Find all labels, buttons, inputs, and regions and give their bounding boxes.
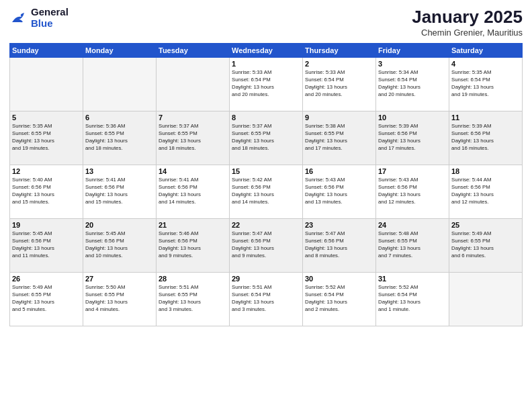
day-number: 14 [159,167,227,175]
month-title: January 2025 [412,7,523,28]
calendar-week-4: 19Sunrise: 5:45 AMSunset: 6:56 PMDayligh… [10,219,523,273]
day-info: Sunrise: 5:35 AMSunset: 6:55 PMDaylight:… [12,123,81,152]
day-info: Sunrise: 5:35 AMSunset: 6:54 PMDaylight:… [451,69,520,99]
day-info: Sunrise: 5:36 AMSunset: 6:55 PMDaylight:… [85,123,154,152]
day-info: Sunrise: 5:49 AMSunset: 6:55 PMDaylight:… [12,284,81,314]
col-sunday: Sunday [10,44,83,58]
calendar-cell: 3Sunrise: 5:34 AMSunset: 6:54 PMDaylight… [376,58,449,111]
day-number: 9 [305,113,373,122]
day-info: Sunrise: 5:47 AMSunset: 6:56 PMDaylight:… [305,230,373,260]
calendar-week-1: 1Sunrise: 5:33 AMSunset: 6:54 PMDaylight… [10,58,523,111]
day-number: 11 [451,113,520,122]
day-number: 29 [232,275,300,283]
calendar-cell: 9Sunrise: 5:38 AMSunset: 6:55 PMDaylight… [303,111,376,165]
day-number: 13 [85,167,154,175]
day-number: 6 [85,113,154,122]
day-info: Sunrise: 5:52 AMSunset: 6:54 PMDaylight:… [378,284,447,314]
calendar-cell: 7Sunrise: 5:37 AMSunset: 6:55 PMDaylight… [157,111,230,165]
calendar-cell: 13Sunrise: 5:41 AMSunset: 6:56 PMDayligh… [83,165,157,219]
day-number: 31 [378,275,447,283]
day-info: Sunrise: 5:45 AMSunset: 6:56 PMDaylight:… [12,230,81,260]
day-info: Sunrise: 5:45 AMSunset: 6:56 PMDaylight:… [85,230,154,260]
day-number: 30 [305,275,373,283]
col-thursday: Thursday [303,44,376,58]
day-info: Sunrise: 5:34 AMSunset: 6:54 PMDaylight:… [378,69,447,99]
day-number: 1 [232,60,300,68]
location-subtitle: Chemin Grenier, Mauritius [412,28,523,38]
day-info: Sunrise: 5:47 AMSunset: 6:56 PMDaylight:… [232,230,300,260]
day-info: Sunrise: 5:39 AMSunset: 6:56 PMDaylight:… [378,123,447,152]
calendar-cell [83,58,157,111]
day-number: 12 [12,167,81,175]
day-number: 28 [159,275,227,283]
day-info: Sunrise: 5:50 AMSunset: 6:55 PMDaylight:… [85,284,154,314]
calendar-cell: 21Sunrise: 5:46 AMSunset: 6:56 PMDayligh… [157,219,230,273]
calendar-cell: 5Sunrise: 5:35 AMSunset: 6:55 PMDaylight… [10,111,83,165]
calendar-cell: 15Sunrise: 5:42 AMSunset: 6:56 PMDayligh… [230,165,303,219]
day-info: Sunrise: 5:41 AMSunset: 6:56 PMDaylight:… [85,177,154,206]
calendar-cell: 30Sunrise: 5:52 AMSunset: 6:54 PMDayligh… [303,273,376,326]
calendar-cell: 23Sunrise: 5:47 AMSunset: 6:56 PMDayligh… [303,219,376,273]
day-info: Sunrise: 5:42 AMSunset: 6:56 PMDaylight:… [232,177,300,206]
calendar-week-5: 26Sunrise: 5:49 AMSunset: 6:55 PMDayligh… [10,273,523,326]
col-wednesday: Wednesday [230,44,303,58]
calendar-cell: 1Sunrise: 5:33 AMSunset: 6:54 PMDaylight… [230,58,303,111]
day-number: 5 [12,113,81,122]
calendar-cell: 16Sunrise: 5:43 AMSunset: 6:56 PMDayligh… [303,165,376,219]
day-number: 21 [159,221,227,229]
day-info: Sunrise: 5:52 AMSunset: 6:54 PMDaylight:… [305,284,373,314]
day-info: Sunrise: 5:46 AMSunset: 6:56 PMDaylight:… [159,230,227,260]
day-number: 8 [232,113,300,122]
header-row: Sunday Monday Tuesday Wednesday Thursday… [10,44,523,58]
day-number: 22 [232,221,300,229]
calendar-cell: 22Sunrise: 5:47 AMSunset: 6:56 PMDayligh… [230,219,303,273]
calendar-cell: 12Sunrise: 5:40 AMSunset: 6:56 PMDayligh… [10,165,83,219]
calendar-cell: 17Sunrise: 5:43 AMSunset: 6:56 PMDayligh… [376,165,449,219]
title-block: January 2025 Chemin Grenier, Mauritius [412,7,523,38]
col-monday: Monday [83,44,157,58]
calendar-cell: 10Sunrise: 5:39 AMSunset: 6:56 PMDayligh… [376,111,449,165]
logo: General Blue [9,7,69,29]
day-info: Sunrise: 5:51 AMSunset: 6:55 PMDaylight:… [159,284,227,314]
calendar-cell [449,273,523,326]
col-saturday: Saturday [449,44,523,58]
day-info: Sunrise: 5:39 AMSunset: 6:56 PMDaylight:… [451,123,520,152]
calendar-cell: 20Sunrise: 5:45 AMSunset: 6:56 PMDayligh… [83,219,157,273]
day-number: 3 [378,60,447,68]
day-info: Sunrise: 5:33 AMSunset: 6:54 PMDaylight:… [305,69,373,99]
day-info: Sunrise: 5:38 AMSunset: 6:55 PMDaylight:… [305,123,373,152]
calendar-cell: 29Sunrise: 5:51 AMSunset: 6:54 PMDayligh… [230,273,303,326]
calendar-cell: 28Sunrise: 5:51 AMSunset: 6:55 PMDayligh… [157,273,230,326]
calendar-cell: 26Sunrise: 5:49 AMSunset: 6:55 PMDayligh… [10,273,83,326]
day-info: Sunrise: 5:41 AMSunset: 6:56 PMDaylight:… [159,177,227,206]
calendar-cell: 4Sunrise: 5:35 AMSunset: 6:54 PMDaylight… [449,58,523,111]
calendar-cell: 27Sunrise: 5:50 AMSunset: 6:55 PMDayligh… [83,273,157,326]
day-info: Sunrise: 5:44 AMSunset: 6:56 PMDaylight:… [451,177,520,206]
calendar-cell [10,58,83,111]
logo-text: General Blue [31,7,69,29]
calendar-week-3: 12Sunrise: 5:40 AMSunset: 6:56 PMDayligh… [10,165,523,219]
calendar-cell: 25Sunrise: 5:49 AMSunset: 6:55 PMDayligh… [449,219,523,273]
day-number: 4 [451,60,520,68]
day-info: Sunrise: 5:49 AMSunset: 6:55 PMDaylight:… [451,230,520,260]
day-info: Sunrise: 5:48 AMSunset: 6:55 PMDaylight:… [378,230,447,260]
day-info: Sunrise: 5:51 AMSunset: 6:54 PMDaylight:… [232,284,300,314]
day-number: 19 [12,221,81,229]
calendar-cell: 6Sunrise: 5:36 AMSunset: 6:55 PMDaylight… [83,111,157,165]
calendar-cell: 19Sunrise: 5:45 AMSunset: 6:56 PMDayligh… [10,219,83,273]
calendar-cell: 18Sunrise: 5:44 AMSunset: 6:56 PMDayligh… [449,165,523,219]
col-tuesday: Tuesday [157,44,230,58]
day-number: 25 [451,221,520,229]
day-number: 16 [305,167,373,175]
calendar-cell: 31Sunrise: 5:52 AMSunset: 6:54 PMDayligh… [376,273,449,326]
day-number: 15 [232,167,300,175]
day-number: 24 [378,221,447,229]
calendar-cell: 11Sunrise: 5:39 AMSunset: 6:56 PMDayligh… [449,111,523,165]
day-info: Sunrise: 5:37 AMSunset: 6:55 PMDaylight:… [159,123,227,152]
day-info: Sunrise: 5:33 AMSunset: 6:54 PMDaylight:… [232,69,300,99]
day-number: 26 [12,275,81,283]
logo-bird-icon [9,10,28,26]
day-number: 20 [85,221,154,229]
day-info: Sunrise: 5:40 AMSunset: 6:56 PMDaylight:… [12,177,81,206]
day-info: Sunrise: 5:43 AMSunset: 6:56 PMDaylight:… [378,177,447,206]
